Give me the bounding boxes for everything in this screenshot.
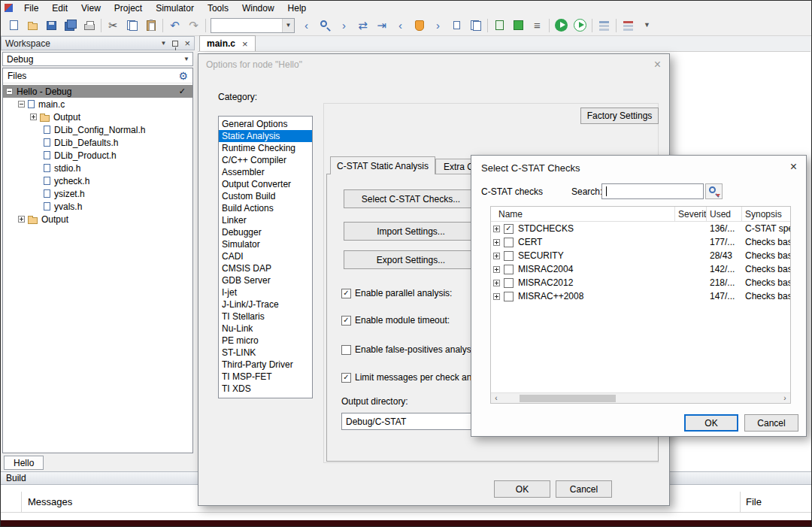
- check-row-stdchecks[interactable]: ✓STDCHECKS 136/... C-STAT spe: [491, 222, 790, 235]
- column-header-name[interactable]: Name: [491, 207, 675, 221]
- previous-bookmark-icon[interactable]: ‹: [391, 17, 410, 35]
- close-tab-icon[interactable]: ×: [242, 39, 248, 49]
- save-icon[interactable]: [42, 17, 61, 35]
- category-item[interactable]: Nu-Link: [219, 323, 312, 335]
- row-checkbox[interactable]: [504, 278, 514, 288]
- menu-tools[interactable]: Tools: [201, 2, 235, 14]
- tree-item-project[interactable]: Hello - Debug ✓: [3, 85, 192, 98]
- ok-button[interactable]: OK: [684, 414, 738, 432]
- tree-item-header-file[interactable]: DLib_Product.h: [3, 149, 192, 162]
- category-item[interactable]: General Options: [219, 118, 312, 130]
- factory-settings-button[interactable]: Factory Settings: [580, 108, 659, 124]
- toolbar-overflow-icon[interactable]: ▼: [638, 17, 656, 35]
- row-checkbox[interactable]: ✓: [504, 224, 514, 234]
- expand-icon[interactable]: [30, 114, 37, 120]
- undo-icon[interactable]: ↶: [165, 17, 184, 35]
- expand-icon[interactable]: [493, 293, 500, 300]
- tree-item-main-c[interactable]: main.c: [3, 98, 192, 111]
- module-timeout-checkbox[interactable]: ✓: [341, 316, 351, 326]
- cut-icon[interactable]: ✂: [104, 17, 123, 35]
- new-document-icon[interactable]: [5, 17, 23, 35]
- panel-menu-icon[interactable]: ▼: [160, 40, 166, 47]
- check-row-cert[interactable]: CERT 177/... Checks base: [491, 235, 790, 249]
- false-positives-checkbox[interactable]: [341, 345, 351, 355]
- tree-item-header-file[interactable]: stdio.h: [3, 162, 192, 174]
- row-checkbox[interactable]: [504, 292, 514, 301]
- scroll-right-icon[interactable]: ›: [780, 393, 790, 404]
- download-and-debug-icon[interactable]: [552, 17, 571, 35]
- batch-build-icon[interactable]: ≡: [528, 17, 547, 35]
- menu-help[interactable]: Help: [281, 2, 314, 14]
- expand-icon[interactable]: [493, 239, 500, 246]
- menu-window[interactable]: Window: [235, 2, 281, 14]
- find-icon[interactable]: [316, 17, 335, 35]
- menu-project[interactable]: Project: [108, 2, 149, 14]
- expand-icon[interactable]: [493, 266, 500, 273]
- gear-icon[interactable]: ⚙: [178, 71, 188, 81]
- category-item[interactable]: Build Actions: [219, 202, 312, 214]
- menu-edit[interactable]: Edit: [45, 2, 74, 14]
- category-item[interactable]: GDB Server: [219, 274, 312, 286]
- category-item-selected[interactable]: Static Analysis: [219, 130, 312, 142]
- parallel-analysis-checkbox[interactable]: ✓: [341, 289, 351, 298]
- editor-tab-main-c[interactable]: main.c ×: [199, 35, 256, 51]
- compile-icon[interactable]: [490, 17, 509, 35]
- chevron-down-icon[interactable]: ▼: [180, 53, 192, 65]
- tree-item-header-file[interactable]: ycheck.h: [3, 174, 192, 187]
- column-header-used[interactable]: Used: [707, 207, 742, 221]
- auto-hide-pin-icon[interactable]: [172, 41, 178, 47]
- chevron-down-icon[interactable]: ▼: [282, 19, 294, 32]
- tree-item-header-file[interactable]: ysizet.h: [3, 187, 192, 200]
- close-dialog-icon[interactable]: ×: [654, 59, 661, 71]
- check-row-misrac2012[interactable]: MISRAC2012 218/... Checks base: [491, 276, 790, 289]
- category-item[interactable]: Simulator: [219, 238, 312, 250]
- go-to-icon[interactable]: ⇥: [372, 17, 391, 35]
- expand-icon[interactable]: [18, 216, 25, 223]
- category-item[interactable]: Debugger: [219, 226, 312, 238]
- category-item[interactable]: Third-Party Driver: [219, 359, 312, 371]
- category-item[interactable]: CMSIS DAP: [219, 262, 312, 274]
- save-all-icon[interactable]: [61, 17, 80, 35]
- column-header-synopsis[interactable]: Synopsis: [742, 207, 790, 221]
- breakpoints-icon[interactable]: [595, 17, 614, 35]
- find-previous-icon[interactable]: ‹: [297, 17, 316, 35]
- expand-icon[interactable]: [493, 226, 500, 232]
- paste-icon[interactable]: [141, 17, 160, 35]
- category-item[interactable]: C/C++ Compiler: [219, 154, 312, 166]
- toggle-bookmark-icon[interactable]: [410, 17, 429, 35]
- menu-simulator[interactable]: Simulator: [149, 2, 201, 14]
- search-input[interactable]: [601, 183, 704, 199]
- check-row-misrac2008[interactable]: MISRAC++2008 147/... Checks base: [491, 289, 790, 303]
- tree-item-output-folder[interactable]: Output: [3, 213, 192, 226]
- row-checkbox[interactable]: [504, 265, 514, 274]
- tree-item-header-file[interactable]: DLib_Defaults.h: [3, 136, 192, 149]
- tree-item-header-file[interactable]: DLib_Config_Normal.h: [3, 123, 192, 136]
- category-item[interactable]: I-jet: [219, 286, 312, 298]
- category-item[interactable]: TI XDS: [219, 383, 312, 395]
- collapse-icon[interactable]: [6, 88, 13, 95]
- category-item[interactable]: ST-LINK: [219, 347, 312, 359]
- next-bookmark-icon[interactable]: ›: [429, 17, 447, 35]
- limit-messages-checkbox[interactable]: ✓: [341, 373, 351, 383]
- category-item[interactable]: Custom Build: [219, 190, 312, 202]
- expand-icon[interactable]: [493, 280, 500, 286]
- cancel-button[interactable]: Cancel: [744, 414, 798, 432]
- category-item[interactable]: Runtime Checking: [219, 142, 312, 154]
- import-settings-button[interactable]: Import Settings...: [344, 222, 478, 241]
- row-checkbox[interactable]: [504, 251, 514, 261]
- search-button[interactable]: [705, 183, 723, 199]
- expand-icon[interactable]: [493, 253, 500, 259]
- copy-icon[interactable]: [123, 17, 141, 35]
- category-item[interactable]: TI MSP-FET: [219, 371, 312, 383]
- workspace-bottom-tab[interactable]: Hello: [4, 456, 44, 470]
- check-row-security[interactable]: SECURITY 28/43 Checks base: [491, 249, 790, 262]
- category-item[interactable]: Output Converter: [219, 178, 312, 190]
- collapse-icon[interactable]: [18, 101, 25, 108]
- debug-without-downloading-icon[interactable]: [571, 17, 589, 35]
- switch-header-source-icon[interactable]: [447, 17, 466, 35]
- print-icon[interactable]: [80, 17, 98, 35]
- tab-cstat-static-analysis[interactable]: C-STAT Static Analysis: [330, 156, 435, 174]
- category-item[interactable]: J-Link/J-Trace: [219, 298, 312, 310]
- category-item[interactable]: Linker: [219, 214, 312, 226]
- file-column-header[interactable]: File: [740, 492, 811, 512]
